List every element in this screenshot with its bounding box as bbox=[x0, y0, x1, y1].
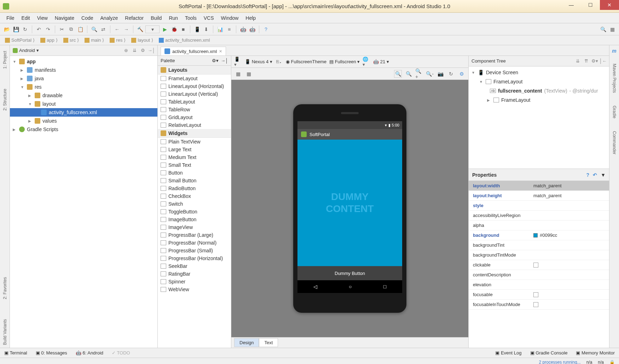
filter-icon[interactable]: ▼ bbox=[601, 172, 606, 178]
breadcrumb-item[interactable]: layout ⟩ bbox=[129, 37, 155, 43]
avd-icon[interactable]: 📱 bbox=[193, 25, 201, 33]
grid-icon[interactable]: ▦ bbox=[234, 70, 242, 78]
redo-icon[interactable]: ↷ bbox=[44, 25, 52, 33]
cut-icon[interactable]: ✂ bbox=[58, 25, 66, 33]
palette-gear-icon[interactable]: ⚙▾ bbox=[212, 58, 219, 63]
palette-hide-icon[interactable]: →│ bbox=[221, 58, 228, 63]
editor-tab[interactable]: activity_fullscreen.xml ✕ bbox=[161, 47, 226, 55]
orientation-icon[interactable]: 📱▾ bbox=[234, 58, 242, 66]
collapse-icon[interactable]: ⇈ bbox=[583, 58, 589, 64]
open-icon[interactable]: 📂 bbox=[3, 25, 11, 33]
close-button[interactable]: ✕ bbox=[600, 0, 619, 10]
breadcrumb-item[interactable]: main ⟩ bbox=[82, 37, 106, 43]
palette-item[interactable]: Spinner bbox=[158, 278, 231, 286]
breadcrumb-item[interactable]: src ⟩ bbox=[61, 37, 81, 43]
breadcrumb-item[interactable]: SoftPortal ⟩ bbox=[3, 37, 37, 43]
back-icon[interactable]: ← bbox=[113, 25, 121, 33]
collapse-icon[interactable]: ⇊ bbox=[131, 47, 138, 54]
prop-row[interactable]: layout:widthmatch_parent bbox=[469, 181, 609, 191]
palette-item[interactable]: GridLayout bbox=[158, 113, 231, 121]
tool-memory[interactable]: ▣ Memory Monitor bbox=[576, 350, 615, 356]
tool-eventlog[interactable]: ▣ Event Log bbox=[495, 350, 521, 356]
prop-row[interactable]: backgroundTintMode bbox=[469, 250, 609, 260]
maximize-button[interactable]: ☐ bbox=[581, 0, 600, 10]
search-icon[interactable]: 🔍 bbox=[599, 25, 607, 33]
prop-row[interactable]: layout:heightmatch_parent bbox=[469, 191, 609, 201]
target-icon[interactable]: ⊕ bbox=[123, 47, 129, 54]
rail-build-variants[interactable]: Build Variants bbox=[2, 316, 7, 348]
find-icon[interactable]: 🔍 bbox=[90, 25, 98, 33]
palette-item[interactable]: TableLayout bbox=[158, 98, 231, 106]
palette-item[interactable]: RadioButton bbox=[158, 184, 231, 192]
zoom-out-icon[interactable]: 🔍- bbox=[426, 70, 434, 78]
palette-item[interactable]: ImageView bbox=[158, 223, 231, 231]
tool-android[interactable]: 🤖 6: Android bbox=[76, 350, 103, 356]
menu-build[interactable]: Build bbox=[147, 14, 165, 22]
palette-item[interactable]: TableRow bbox=[158, 106, 231, 113]
prop-row[interactable]: background#0099cc bbox=[469, 230, 609, 240]
api-dropdown[interactable]: 🤖 21 ▾ bbox=[373, 59, 389, 64]
palette-item[interactable]: Medium Text bbox=[158, 153, 231, 161]
comp-content[interactable]: Abfullscreen_content (TextView) - @strin… bbox=[469, 86, 609, 95]
run-config-dropdown[interactable]: ▾ bbox=[145, 25, 160, 33]
rail-gradle[interactable]: Gradle bbox=[612, 103, 617, 121]
undo-icon[interactable]: ↶ bbox=[35, 25, 43, 33]
design-canvas[interactable]: ▾ ▮ 5:00 SoftPortal DUMMYCONTENT bbox=[231, 80, 468, 337]
forward-icon[interactable]: → bbox=[122, 25, 130, 33]
status-processes[interactable]: 2 processes running... bbox=[539, 360, 581, 364]
status-lock-icon[interactable]: 🔒 bbox=[609, 360, 615, 364]
tab-design[interactable]: Design bbox=[234, 338, 259, 347]
menu-code[interactable]: Code bbox=[78, 14, 97, 22]
palette-item[interactable]: RelativeLayout bbox=[158, 121, 231, 129]
menu-file[interactable]: File bbox=[3, 14, 18, 22]
help-icon[interactable]: ? bbox=[262, 25, 270, 33]
palette-item[interactable]: LinearLayout (Vertical) bbox=[158, 90, 231, 98]
palette-item[interactable]: Switch bbox=[158, 200, 231, 208]
palette-item[interactable]: WebView bbox=[158, 286, 231, 293]
settings-icon[interactable]: ⚙ bbox=[458, 70, 465, 78]
palette-item[interactable]: Small Text bbox=[158, 161, 231, 169]
menu-edit[interactable]: Edit bbox=[18, 14, 34, 22]
variant-dropdown[interactable]: ▤ Fullscreen ▾ bbox=[329, 59, 360, 64]
config-icon[interactable]: ⎘▾ bbox=[275, 58, 283, 66]
comp-frame2[interactable]: ▶FrameLayout bbox=[469, 95, 609, 105]
breadcrumb-item[interactable]: app ⟩ bbox=[38, 37, 60, 43]
android-icon[interactable]: 🤖 bbox=[239, 25, 247, 33]
theme-dropdown[interactable]: ◉ FullscreenTheme bbox=[286, 59, 326, 64]
rail-commander[interactable]: Commander bbox=[612, 128, 617, 157]
prop-row[interactable]: contentDescription bbox=[469, 270, 609, 280]
android-icon2[interactable]: 🤖 bbox=[248, 25, 256, 33]
palette-item[interactable]: ProgressBar (Large) bbox=[158, 231, 231, 239]
sync-icon[interactable]: ↻ bbox=[21, 25, 29, 33]
structure-icon[interactable]: ≡ bbox=[225, 25, 233, 33]
monitor-icon[interactable]: 📊 bbox=[216, 25, 224, 33]
sdk-icon[interactable]: ⬇ bbox=[202, 25, 210, 33]
rail-structure[interactable]: 2: Structure bbox=[2, 86, 7, 113]
copy-icon[interactable]: ⧉ bbox=[67, 25, 75, 33]
zoom-in-icon[interactable]: 🔍+ bbox=[415, 70, 423, 78]
tool-todo[interactable]: ✓ TODO bbox=[112, 350, 130, 356]
snapshot-icon[interactable]: 📷 bbox=[436, 70, 444, 78]
palette-item[interactable]: LinearLayout (Horizontal) bbox=[158, 82, 231, 90]
tree-app[interactable]: ▼app bbox=[10, 57, 157, 66]
zoom-actual-icon[interactable]: 🔍 bbox=[405, 70, 412, 78]
tree-manifests[interactable]: ▶manifests bbox=[10, 66, 157, 74]
locale-icon[interactable]: 🌐▾ bbox=[363, 58, 370, 66]
prop-row[interactable]: style bbox=[469, 201, 609, 211]
menu-tools[interactable]: Tools bbox=[181, 14, 200, 22]
tab-text[interactable]: Text bbox=[259, 338, 278, 347]
prop-row[interactable]: focusableInTouchMode bbox=[469, 300, 609, 310]
comp-device[interactable]: ▼📱Device Screen bbox=[469, 68, 609, 77]
help-icon[interactable]: ? bbox=[586, 172, 590, 178]
palette-item[interactable]: Large Text bbox=[158, 146, 231, 153]
layout-switcher-icon[interactable]: ▦ bbox=[608, 25, 616, 33]
breadcrumb-item[interactable]: res ⟩ bbox=[108, 37, 128, 43]
rail-maven[interactable]: Maven Projects bbox=[612, 61, 617, 96]
tree-gradle[interactable]: ▶Gradle Scripts bbox=[10, 125, 157, 134]
tree-layout[interactable]: ▼layout bbox=[10, 100, 157, 108]
tool-terminal[interactable]: ▣ Terminal bbox=[4, 350, 27, 356]
run-icon[interactable]: ▶ bbox=[161, 25, 169, 33]
revert-icon[interactable]: ↶ bbox=[593, 172, 597, 178]
menu-window[interactable]: Window bbox=[218, 14, 242, 22]
android-view-dropdown[interactable]: Android ▾ bbox=[13, 48, 39, 53]
